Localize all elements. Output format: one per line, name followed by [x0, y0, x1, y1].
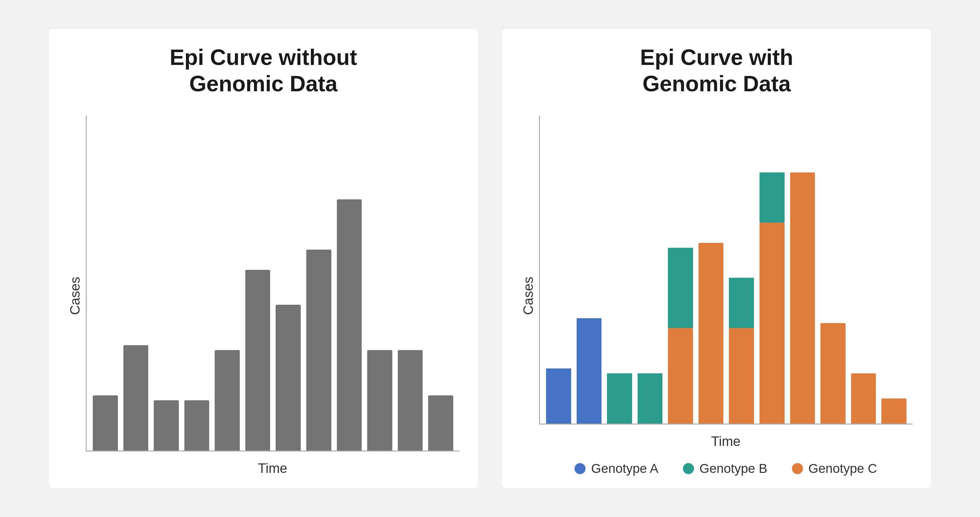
bar-group — [729, 125, 754, 423]
bar-group — [577, 125, 602, 423]
bar-segment — [821, 323, 846, 423]
legend-dot — [574, 463, 585, 474]
right-chart-area: Cases Time Genotype AGenotype BGenotype … — [520, 116, 913, 476]
bar-segment — [668, 328, 693, 423]
legend-label: Genotype C — [808, 461, 877, 476]
bar-segment — [851, 373, 876, 423]
right-y-label: Cases — [520, 116, 536, 476]
left-y-label: Cases — [67, 116, 83, 476]
left-chart-area: Cases Time — [67, 116, 460, 476]
bar-group — [306, 125, 331, 450]
bar-group — [790, 125, 815, 423]
bar-segment — [337, 199, 362, 450]
bar-segment — [759, 172, 784, 223]
bar-group — [759, 125, 784, 423]
bar-group — [275, 125, 301, 450]
legend-item: Genotype B — [683, 461, 767, 476]
bar-segment — [638, 373, 663, 423]
bar-group — [851, 125, 876, 423]
bar-group — [881, 125, 907, 423]
bar-group — [428, 125, 453, 450]
bar-segment — [275, 305, 301, 450]
right-bars-container — [539, 116, 913, 425]
right-chart-panel: Epi Curve withGenomic Data Cases Time Ge… — [502, 29, 931, 488]
bar-group — [154, 125, 179, 450]
legend-label: Genotype B — [700, 461, 767, 476]
bar-segment — [881, 398, 907, 423]
bar-segment — [698, 243, 724, 423]
left-x-label: Time — [86, 461, 460, 476]
bar-group — [638, 125, 663, 423]
bar-segment — [668, 248, 693, 328]
left-bars-container — [86, 116, 460, 452]
legend-item: Genotype A — [574, 461, 659, 476]
right-chart-inner: Time Genotype AGenotype BGenotype C — [539, 116, 913, 476]
bar-segment — [245, 270, 270, 450]
bar-group — [821, 125, 846, 423]
bar-segment — [154, 400, 179, 450]
bar-group — [93, 125, 118, 450]
bar-segment — [185, 400, 210, 450]
legend-dot — [792, 463, 803, 474]
bar-segment — [367, 350, 392, 450]
bar-group — [337, 125, 362, 450]
left-chart-panel: Epi Curve withoutGenomic Data Cases Time — [49, 29, 478, 488]
bar-group — [367, 125, 392, 450]
legend: Genotype AGenotype BGenotype C — [539, 461, 913, 476]
bar-segment — [93, 395, 118, 450]
right-chart-title: Epi Curve withGenomic Data — [640, 44, 793, 97]
bar-segment — [607, 373, 632, 423]
legend-item: Genotype C — [792, 461, 877, 476]
legend-dot — [683, 463, 694, 474]
bar-segment — [759, 223, 784, 423]
bar-group — [398, 125, 423, 450]
bar-segment — [306, 250, 331, 450]
bar-group — [607, 125, 632, 423]
bar-group — [698, 125, 724, 423]
bar-group — [668, 125, 693, 423]
right-x-label: Time — [539, 434, 913, 449]
bar-group — [546, 125, 571, 423]
bar-segment — [546, 369, 571, 423]
bar-group — [215, 125, 240, 450]
bar-segment — [123, 345, 148, 450]
bar-segment — [729, 328, 754, 423]
bar-segment — [729, 278, 754, 328]
legend-label: Genotype A — [591, 461, 659, 476]
bar-group — [123, 125, 148, 450]
bar-segment — [428, 395, 453, 450]
left-chart-inner: Time — [86, 116, 460, 476]
left-chart-title: Epi Curve withoutGenomic Data — [170, 44, 357, 97]
bar-segment — [790, 172, 815, 423]
bar-group — [245, 125, 270, 450]
bar-segment — [398, 350, 423, 450]
bar-group — [185, 125, 210, 450]
bar-segment — [577, 318, 602, 423]
bar-segment — [215, 350, 240, 450]
